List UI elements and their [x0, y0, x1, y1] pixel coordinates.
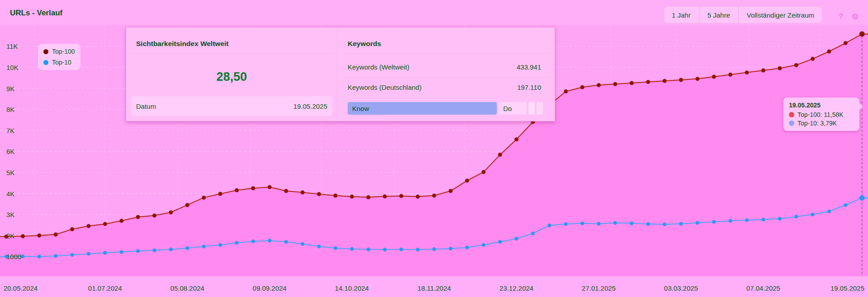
- divider: [343, 53, 549, 54]
- legend-item-top10[interactable]: Top-10: [38, 59, 80, 66]
- y-tick-label: 9K: [6, 84, 14, 92]
- x-tick-label: 03.03.2025: [664, 284, 698, 292]
- divider: [132, 53, 332, 54]
- page-title: URLs - Verlauf: [10, 9, 62, 18]
- y-tick-label: 6K: [6, 148, 14, 155]
- help-icon[interactable]: ?: [839, 12, 843, 21]
- y-tick-label: 3K: [6, 211, 14, 218]
- top10-legend-dot: [43, 60, 48, 65]
- hover-detail-panel: Sichtbarkeitsindex Weltweit 28,50 Datum …: [126, 27, 555, 121]
- keywords-deutschland-value: 197.110: [517, 84, 541, 91]
- chart-legend: Top-100 Top-10: [38, 44, 80, 70]
- y-tick-label: 7K: [6, 126, 14, 134]
- y-tick-label: 5K: [6, 169, 14, 176]
- legend-label: Top-100: [52, 48, 75, 55]
- visibility-index-value: 28,50: [126, 70, 337, 84]
- visibility-index-section: Sichtbarkeitsindex Weltweit 28,50 Datum …: [126, 28, 338, 121]
- datum-label: Datum: [136, 102, 156, 110]
- time-range-switcher: 1 Jahr 5 Jahre Vollständiger Zeitraum: [664, 6, 822, 23]
- x-tick-label: 05.08.2024: [170, 284, 204, 292]
- tooltip-date: 19.05.2025: [789, 102, 854, 109]
- x-tick-label: 27.01.2025: [582, 284, 616, 292]
- y-tick-label: 2K: [6, 232, 14, 239]
- y-tick-label: 10K: [6, 64, 19, 71]
- keywords-weltweit-label: Keywords (Weltweit): [348, 63, 409, 71]
- top100-dot-icon: [789, 112, 794, 117]
- intent-segment-know[interactable]: Know: [348, 102, 497, 115]
- keywords-title: Keywords: [348, 40, 381, 48]
- x-tick-label: 01.07.2024: [88, 284, 122, 292]
- tooltip-top10-row: Top-10: 3,79K: [789, 120, 854, 127]
- urls-verlauf-widget: URLs - Verlauf 1 Jahr 5 Jahre Vollständi…: [0, 0, 868, 297]
- x-tick-label: 20.05.2024: [4, 284, 38, 292]
- top10-dot-icon: [789, 121, 794, 126]
- chart-tooltip: 19.05.2025 Top-100: 11,58K Top-10: 3,79K: [783, 97, 859, 131]
- datum-value: 19.05.2025: [293, 102, 327, 110]
- intent-segment[interactable]: [528, 102, 535, 115]
- divider: [343, 77, 549, 78]
- intent-segment-do[interactable]: Do: [499, 102, 527, 115]
- x-tick-label: 09.09.2024: [253, 284, 287, 292]
- range-button-vollstaendiger-zeitraum[interactable]: Vollständiger Zeitraum: [738, 6, 822, 23]
- y-tick-label: 11K: [6, 42, 18, 50]
- x-tick-label: 18.11.2024: [417, 284, 451, 292]
- y-tick-label: 1000: [6, 253, 21, 260]
- y-tick-label: 4K: [6, 190, 14, 197]
- keywords-weltweit-row: Keywords (Weltweit) 433.941: [348, 63, 541, 71]
- x-tick-label: 07.04.2025: [746, 284, 780, 292]
- search-intent-bar: KnowDo: [348, 102, 543, 115]
- range-button-5-jahre[interactable]: 5 Jahre: [699, 6, 738, 23]
- keywords-deutschland-label: Keywords (Deutschland): [348, 84, 421, 91]
- keywords-weltweit-value: 433.941: [517, 63, 541, 71]
- tooltip-top100-row: Top-100: 11,58K: [789, 111, 854, 118]
- datum-row: Datum 19.05.2025: [131, 96, 332, 116]
- gear-icon[interactable]: ⚙: [852, 12, 859, 22]
- tooltip-top100-value: Top-100: 11,58K: [797, 111, 844, 118]
- keywords-section: Keywords Keywords (Weltweit) 433.941 Key…: [338, 28, 555, 121]
- x-tick-label: 14.10.2024: [335, 284, 369, 292]
- x-tick-label: 23.12.2024: [500, 284, 533, 292]
- top100-legend-dot: [43, 49, 48, 54]
- x-tick-label: 19.05.2025: [830, 284, 864, 292]
- range-button-1-jahr[interactable]: 1 Jahr: [664, 6, 699, 23]
- y-tick-label: 8K: [6, 106, 14, 113]
- tooltip-top10-value: Top-10: 3,79K: [797, 120, 837, 127]
- visibility-index-title: Sichtbarkeitsindex Weltweit: [136, 40, 229, 48]
- keywords-deutschland-row: Keywords (Deutschland) 197.110: [348, 84, 541, 91]
- legend-item-top100[interactable]: Top-100: [38, 48, 80, 55]
- intent-segment[interactable]: [537, 102, 543, 115]
- legend-label: Top-10: [52, 59, 71, 66]
